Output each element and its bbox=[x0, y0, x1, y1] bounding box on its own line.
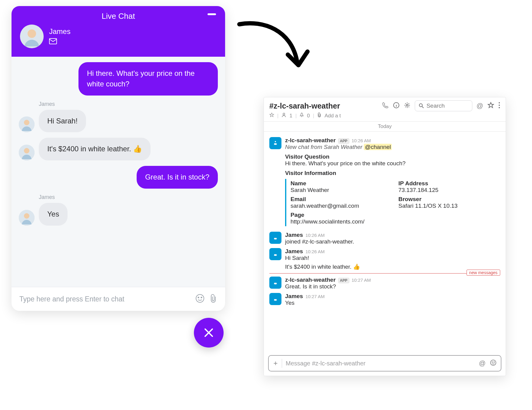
info-page-value: http://www.socialintents.com/ bbox=[291, 218, 500, 225]
info-icon[interactable] bbox=[393, 102, 400, 110]
mail-icon[interactable] bbox=[49, 38, 71, 45]
star-outline-icon[interactable] bbox=[269, 113, 274, 119]
channel-mention[interactable]: @channel bbox=[364, 144, 392, 150]
svg-point-10 bbox=[198, 297, 199, 298]
agent-avatar-small bbox=[19, 210, 35, 226]
emoji-icon[interactable] bbox=[490, 359, 497, 367]
app-badge: APP bbox=[338, 278, 349, 283]
message-time: 10:26 AM bbox=[305, 249, 324, 254]
message-author: James bbox=[285, 232, 303, 238]
chat-body: Hi there. What's your price on the white… bbox=[12, 57, 225, 287]
slack-message: z-lc-sarah-weather APP 10:27 AM Great. I… bbox=[269, 277, 500, 290]
attachment-small-icon[interactable] bbox=[317, 113, 321, 119]
svg-point-26 bbox=[494, 362, 494, 362]
incoming-message: It's $2400 in white leather. 👍 bbox=[39, 138, 151, 160]
message-time: 10:27 AM bbox=[352, 277, 371, 283]
mention-icon[interactable]: @ bbox=[479, 359, 486, 367]
svg-point-8 bbox=[24, 213, 29, 219]
visitor-info-heading: Visitor Information bbox=[285, 170, 500, 176]
svg-point-1 bbox=[28, 29, 36, 38]
attachment-icon[interactable] bbox=[209, 294, 217, 304]
info-ip-value: 73.137.184.125 bbox=[398, 187, 500, 193]
app-avatar bbox=[269, 232, 281, 244]
message-time: 10:26 AM bbox=[352, 138, 371, 143]
svg-point-24 bbox=[490, 360, 496, 365]
new-messages-label: new messages bbox=[467, 270, 500, 276]
add-topic-link[interactable]: Add a t bbox=[324, 113, 341, 119]
visitor-question-heading: Visitor Question bbox=[285, 153, 500, 160]
mentions-icon[interactable]: @ bbox=[477, 102, 483, 110]
emoji-icon[interactable] bbox=[195, 294, 204, 304]
svg-rect-21 bbox=[271, 250, 280, 258]
info-name-value: Sarah Weather bbox=[291, 187, 392, 193]
message-time: 10:27 AM bbox=[305, 294, 324, 299]
call-icon[interactable] bbox=[382, 102, 389, 110]
message-time: 10:26 AM bbox=[305, 233, 324, 238]
channel-meta: | 1 | 0 | Add a t bbox=[269, 113, 500, 119]
svg-point-6 bbox=[24, 148, 29, 153]
app-avatar bbox=[269, 137, 281, 149]
sender-label: James bbox=[39, 101, 218, 107]
agent-name: James bbox=[49, 27, 71, 36]
pin-count: 0 bbox=[307, 113, 310, 119]
close-chat-button[interactable] bbox=[194, 318, 224, 348]
info-email-value: sarah.weather@gmail.com bbox=[291, 203, 392, 209]
date-divider: Today bbox=[264, 122, 506, 132]
svg-point-4 bbox=[24, 120, 29, 125]
svg-point-14 bbox=[419, 104, 422, 107]
pin-icon[interactable] bbox=[300, 113, 304, 119]
message-text: joined #z-lc-sarah-weather. bbox=[285, 238, 500, 245]
more-icon[interactable] bbox=[498, 102, 500, 110]
svg-rect-19 bbox=[271, 139, 280, 147]
slack-message: James 10:27 AM Yes bbox=[269, 293, 500, 306]
channel-name[interactable]: #z-lc-sarah-weather bbox=[269, 102, 340, 110]
live-chat-widget: Live Chat James bbox=[12, 6, 225, 311]
incoming-message: Hi Sarah! bbox=[39, 110, 86, 133]
star-icon[interactable] bbox=[487, 102, 494, 110]
slack-panel: #z-lc-sarah-weather @ bbox=[264, 97, 506, 376]
compose-input[interactable] bbox=[286, 360, 475, 367]
compose-bar: + @ bbox=[268, 355, 501, 371]
info-name-label: Name bbox=[291, 180, 392, 187]
visitor-question-text: Hi there. What's your price on the white… bbox=[285, 160, 500, 167]
svg-rect-22 bbox=[271, 278, 280, 287]
svg-point-16 bbox=[499, 105, 500, 106]
agent-avatar-small bbox=[19, 116, 35, 132]
message-author: z-lc-sarah-weather bbox=[285, 137, 336, 144]
info-ip-label: IP Address bbox=[398, 180, 500, 187]
members-icon[interactable] bbox=[281, 113, 286, 119]
info-email-label: Email bbox=[291, 196, 392, 203]
message-text: Yes bbox=[285, 300, 500, 306]
visitor-info-block: Name Sarah Weather IP Address 73.137.184… bbox=[285, 179, 500, 226]
app-avatar bbox=[269, 277, 281, 289]
slack-message: James 10:26 AM joined #z-lc-sarah-weathe… bbox=[269, 232, 500, 245]
message-text-extra: It's $2400 in white leather. 👍 bbox=[285, 263, 500, 270]
search-icon bbox=[419, 103, 424, 109]
app-badge: APP bbox=[338, 138, 349, 144]
close-icon bbox=[203, 327, 215, 339]
search-input[interactable] bbox=[427, 102, 460, 109]
message-author: James bbox=[285, 248, 303, 255]
agent-avatar bbox=[20, 25, 44, 48]
arrow-icon bbox=[236, 18, 315, 79]
svg-rect-23 bbox=[271, 295, 280, 303]
info-page-label: Page bbox=[291, 212, 500, 218]
message-author: z-lc-sarah-weather bbox=[285, 277, 336, 283]
svg-point-15 bbox=[499, 102, 500, 103]
slack-header: #z-lc-sarah-weather @ bbox=[264, 97, 506, 122]
info-browser-value: Safari 11.1/OS X 10.13 bbox=[398, 203, 500, 209]
new-messages-separator: new messages bbox=[269, 273, 500, 274]
chat-message-input[interactable] bbox=[19, 295, 191, 303]
minimize-button[interactable] bbox=[208, 13, 216, 15]
message-author: James bbox=[285, 293, 303, 300]
svg-point-18 bbox=[283, 113, 285, 115]
compose-add-button[interactable]: + bbox=[273, 359, 282, 368]
svg-point-17 bbox=[499, 107, 500, 108]
message-text: Hi Sarah! bbox=[285, 255, 500, 261]
search-box[interactable] bbox=[415, 100, 472, 111]
settings-icon[interactable] bbox=[404, 102, 411, 110]
svg-point-11 bbox=[201, 297, 202, 298]
svg-rect-20 bbox=[271, 234, 280, 242]
svg-point-25 bbox=[492, 362, 493, 362]
outgoing-message: Hi there. What's your price on the white… bbox=[78, 62, 218, 96]
